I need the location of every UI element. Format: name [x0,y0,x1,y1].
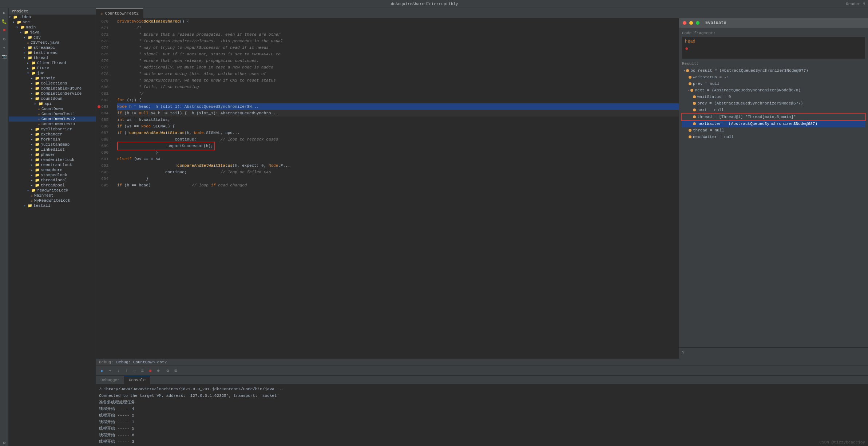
sidebar-item-csv[interactable]: ▾ 📁 csv [9,35,96,40]
evaluate-btn[interactable]: ≡ [139,368,146,374]
settings-debug-btn[interactable]: ⚙ [165,368,171,374]
run-icon[interactable]: ▶ [1,9,8,16]
eval-item-result-root[interactable]: ▾ oo result = (AbstractQueuedSynchronize… [682,67,865,74]
sidebar-item-threadlocal[interactable]: ▸ 📁 threadlocal [9,178,96,183]
sidebar-item-idea[interactable]: ▾ 📁 .idea [9,15,96,20]
code-line-685[interactable]: int ws = h.waitStatus; [117,117,679,123]
code-line-675[interactable]: * signal. But if it does not, status is … [117,51,679,58]
code-line-681[interactable]: */ [117,90,679,97]
settings-icon[interactable]: ⚙ [1,439,8,446]
sidebar-item-completablefuture[interactable]: ▸ 📁 completableFuture [9,86,96,91]
sidebar-item-clientthread[interactable]: ▸ 📁 ClientThread [9,60,96,66]
tree-icon: ▸ 📁 [31,76,39,80]
step-over-icon[interactable]: ↷ [1,44,8,51]
tab-debugger[interactable]: Debugger [96,376,124,384]
eval-item-next-prev[interactable]: prev = (AbstractQueuedSynchronizer$Node@… [682,100,865,107]
eval-item-prev[interactable]: prev = null [682,80,865,87]
eval-item-nextWaiter-null[interactable]: nextWaiter = null [682,134,865,140]
sidebar-item-juc[interactable]: ▾ 📁 juc [9,71,96,76]
layout-btn[interactable]: ⊞ [173,368,179,374]
code-line-678[interactable]: * while we are doing this. Also, unlike … [117,71,679,77]
stop-debug-btn[interactable]: ⊗ [155,368,162,374]
code-line-677[interactable]: * Additionally, we must loop in case a n… [117,64,679,71]
code-line-691[interactable]: else if (ws == 0 && [117,156,679,162]
sidebar-item-countdowntest3[interactable]: ☕ CountDownTest3 [9,122,96,127]
sidebar-item-cyclicbarrier[interactable]: ▸ 📁 cyclicbarrier [9,127,96,132]
sidebar-item-main[interactable]: ▾ 📁 main [9,25,96,30]
sidebar-item-csvtest[interactable]: ☕ CSVTest.java [9,40,96,45]
camera-icon[interactable]: 📷 [1,53,8,60]
sidebar-item-future[interactable]: ▸ 📁 Fture [9,66,96,71]
code-line-671[interactable]: /* [117,25,679,31]
sidebar-item-testall[interactable]: ▸ 📁 testall [9,203,96,208]
sidebar-item-semaphore[interactable]: ▸ 📁 semaphore [9,167,96,173]
sidebar-item-linkedlist[interactable]: ▸ 📁 linkedlist [9,147,96,152]
traffic-light-red[interactable] [683,21,686,25]
code-line-692[interactable]: !compareAndSetWaitStatus(h, expect: 0, N… [117,162,679,169]
sidebar-item-api[interactable]: ▸ 📁 api [9,101,96,106]
code-line-689[interactable]: unparkSuccessor(h); [117,143,679,149]
code-line-679[interactable]: * unparkSuccessor, we need to know if CA… [117,77,679,84]
sidebar-item-thread[interactable]: ▾ 📁 thread [9,55,96,60]
sidebar-item-readwritelock[interactable]: ▸ 📁 readwriterlock [9,157,96,162]
run-to-cursor-btn[interactable]: → [131,368,138,374]
build-icon[interactable]: ⚙ [1,36,8,42]
eval-item-waitStatus[interactable]: waitStatus = -1 [682,74,865,80]
sidebar-item-atomic[interactable]: ▸ 📁 atomic [9,76,96,81]
code-line-672[interactable]: * Ensure that a release propagates, even… [117,31,679,38]
sidebar-item-countdowntest1[interactable]: ☕ CountDownTest1 [9,111,96,117]
code-line-693[interactable]: continue; // loop on failed CAS [117,169,679,175]
resume-btn[interactable]: ▶ [99,368,106,374]
stop-icon[interactable]: ■ [1,27,8,33]
sidebar-item-myreadwritelock[interactable]: ☕ MyReadWriteLock [9,198,96,203]
eval-item-next-next[interactable]: next = null [682,107,865,113]
step-out-btn[interactable]: ↑ [123,368,130,374]
step-into-btn[interactable]: ↓ [115,368,122,374]
sidebar-item-countdown[interactable]: ▾ 📁 countdown [9,96,96,101]
eval-item-thread-null[interactable]: thread = null [682,127,865,134]
sidebar-item-threadpool[interactable]: ▸ 📁 threadpool [9,183,96,188]
step-over-btn[interactable]: ↷ [107,368,114,374]
sidebar-item-testthread[interactable]: ▸ 📁 testthread [9,50,96,55]
sidebar-item-phaser[interactable]: ▸ 📁 phaser [9,152,96,157]
code-line-684[interactable]: if (h != null && h != tail) { h (slot_1)… [117,110,679,117]
eval-item-next-group[interactable]: ▾ next = (AbstractQueuedSynchronizer$Nod… [682,87,865,94]
sidebar-item-src[interactable]: ▾ 📁 src [9,20,96,25]
code-line-673[interactable]: * in-progress acquires/releases. This pr… [117,38,679,44]
sidebar-item-streamapi[interactable]: ▸ 📁 streamapi [9,45,96,50]
code-line-687[interactable]: if (!compareAndSetWaitStatus(h, Node.SIG… [117,130,679,136]
code-line-680[interactable]: * fails, if so rechecking. [117,84,679,90]
code-line-674[interactable]: * way of trying to unparkSuccessor of he… [117,44,679,51]
code-line-670[interactable]: private void doReleaseShared() { [117,18,679,25]
tab-icon: ☕ [100,11,103,16]
sidebar-item-java[interactable]: ▾ 📁 java [9,30,96,35]
eval-question-btn[interactable]: ? [682,351,865,356]
sidebar-item-exchanger[interactable]: ▸ 📁 exchanger [9,132,96,137]
sidebar-item-readwritelock2[interactable]: ▾ 📁 readWriteLock [9,188,96,193]
sidebar-item-countdown-class[interactable]: ☕ CountDown [9,106,96,111]
eval-item-next-waitStatus[interactable]: waitStatus = 0 [682,94,865,100]
code-line-676[interactable]: * ensure that upon release, propagation … [117,58,679,64]
debug-icon[interactable]: 🐛 [1,18,8,25]
sidebar-item-countdowntest2[interactable]: ☕ CountDownTest2 [9,117,96,122]
tab-console[interactable]: Console [124,376,150,384]
code-line-683[interactable]: Node h = head; h (slot_1): AbstractQueue… [117,103,679,110]
sidebar-item-reentrantlock[interactable]: ▸ 📁 reentrantlock [9,162,96,167]
code-line-694[interactable]: } [117,175,679,182]
eval-item-nextWaiter[interactable]: nextWaiter = (AbstractQueuedSynchronizer… [682,121,865,127]
sidebar-item-jucistandmap[interactable]: ▸ 📁 jucistandmap [9,142,96,147]
code-line-695[interactable]: if (h == head) // loop if head changed [117,182,679,189]
tree-label: forkjoin [41,137,60,142]
sidebar-item-maintest[interactable]: ☕ MainTest [9,193,96,198]
eval-code-fragment[interactable]: head ● [682,37,865,59]
sidebar-item-completionservice[interactable]: ▸ 📁 CompletionService [9,91,96,96]
reader-mode-btn[interactable]: Reader M [846,2,865,6]
sidebar-item-forkjoin[interactable]: ▸ 📁 forkjoin [9,137,96,142]
sidebar-item-stampedlock[interactable]: ▸ 📁 stampedlock [9,173,96,178]
sidebar-item-collections[interactable]: ▸ 📁 Collections [9,81,96,86]
editor-tab-countdowntest2[interactable]: ☕ CountDownTest2 [96,8,143,18]
eval-item-thread-group[interactable]: thread = [Thread@1] *Thread[main,5,main]… [682,114,865,120]
restart-btn[interactable]: ■ [147,368,154,374]
code-line-686[interactable]: if (ws == Node.SIGNAL) { [117,123,679,130]
code-line-682[interactable]: for (;;) { [117,97,679,103]
